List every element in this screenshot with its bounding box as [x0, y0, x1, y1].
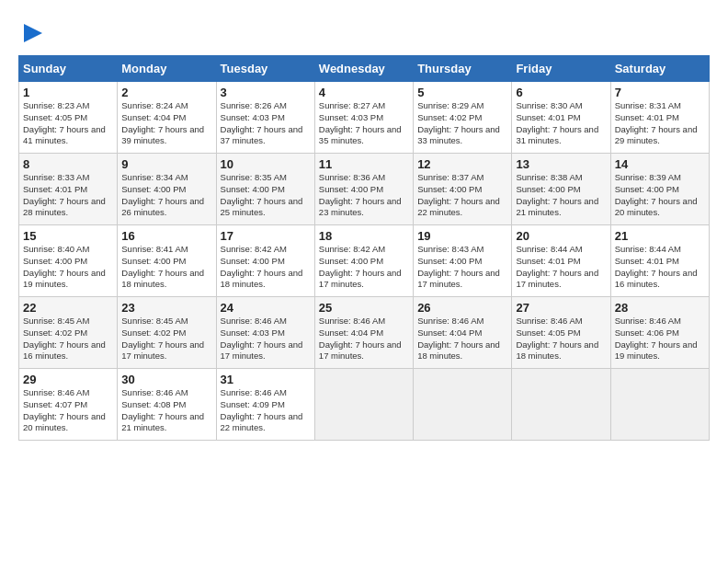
col-header-thursday: Thursday [414, 56, 512, 82]
calendar-cell: 20Sunrise: 8:44 AM Sunset: 4:01 PM Dayli… [512, 225, 610, 297]
calendar-cell: 22Sunrise: 8:45 AM Sunset: 4:02 PM Dayli… [19, 297, 118, 369]
day-number: 4 [319, 86, 409, 99]
calendar-cell: 30Sunrise: 8:46 AM Sunset: 4:08 PM Dayli… [118, 369, 216, 441]
day-number: 23 [121, 301, 211, 315]
calendar-cell: 21Sunrise: 8:44 AM Sunset: 4:01 PM Dayli… [610, 225, 709, 297]
day-number: 10 [221, 157, 311, 171]
col-header-saturday: Saturday [610, 56, 709, 82]
day-info: Sunrise: 8:46 AM Sunset: 4:09 PM Dayligh… [221, 387, 311, 434]
day-info: Sunrise: 8:37 AM Sunset: 4:00 PM Dayligh… [417, 172, 507, 219]
calendar-cell: 1Sunrise: 8:23 AM Sunset: 4:05 PM Daylig… [19, 82, 118, 154]
calendar-cell: 28Sunrise: 8:46 AM Sunset: 4:06 PM Dayli… [610, 297, 709, 369]
day-info: Sunrise: 8:42 AM Sunset: 4:00 PM Dayligh… [319, 244, 409, 291]
day-number: 21 [615, 229, 705, 243]
day-number: 24 [221, 301, 311, 315]
col-header-monday: Monday [118, 56, 216, 82]
day-number: 28 [615, 301, 705, 315]
day-number: 17 [221, 229, 311, 243]
col-header-sunday: Sunday [19, 56, 118, 82]
page: SundayMondayTuesdayWednesdayThursdayFrid… [0, 0, 728, 452]
svg-marker-0 [24, 24, 42, 42]
calendar-cell: 15Sunrise: 8:40 AM Sunset: 4:00 PM Dayli… [19, 225, 118, 297]
day-info: Sunrise: 8:34 AM Sunset: 4:00 PM Dayligh… [121, 172, 211, 219]
calendar-cell: 3Sunrise: 8:26 AM Sunset: 4:03 PM Daylig… [216, 82, 314, 154]
day-info: Sunrise: 8:43 AM Sunset: 4:00 PM Dayligh… [417, 244, 507, 291]
day-info: Sunrise: 8:27 AM Sunset: 4:03 PM Dayligh… [319, 100, 409, 147]
day-number: 3 [221, 86, 311, 99]
col-header-tuesday: Tuesday [216, 56, 314, 82]
calendar-cell: 13Sunrise: 8:38 AM Sunset: 4:00 PM Dayli… [512, 154, 610, 225]
day-info: Sunrise: 8:38 AM Sunset: 4:00 PM Dayligh… [516, 172, 606, 219]
day-number: 26 [417, 301, 507, 315]
calendar-cell: 17Sunrise: 8:42 AM Sunset: 4:00 PM Dayli… [216, 225, 314, 297]
calendar-cell: 9Sunrise: 8:34 AM Sunset: 4:00 PM Daylig… [118, 154, 216, 225]
calendar-cell: 19Sunrise: 8:43 AM Sunset: 4:00 PM Dayli… [414, 225, 512, 297]
day-info: Sunrise: 8:36 AM Sunset: 4:00 PM Dayligh… [319, 172, 409, 219]
calendar-cell: 12Sunrise: 8:37 AM Sunset: 4:00 PM Dayli… [414, 154, 512, 225]
calendar-cell [414, 369, 512, 441]
day-info: Sunrise: 8:24 AM Sunset: 4:04 PM Dayligh… [121, 100, 211, 147]
calendar-cell: 27Sunrise: 8:46 AM Sunset: 4:05 PM Dayli… [512, 297, 610, 369]
col-header-friday: Friday [512, 56, 610, 82]
day-info: Sunrise: 8:40 AM Sunset: 4:00 PM Dayligh… [23, 244, 113, 291]
day-info: Sunrise: 8:46 AM Sunset: 4:07 PM Dayligh… [23, 387, 113, 434]
day-number: 19 [417, 229, 507, 243]
calendar-cell: 14Sunrise: 8:39 AM Sunset: 4:00 PM Dayli… [610, 154, 709, 225]
calendar-cell: 10Sunrise: 8:35 AM Sunset: 4:00 PM Dayli… [216, 154, 314, 225]
calendar-cell: 5Sunrise: 8:29 AM Sunset: 4:02 PM Daylig… [414, 82, 512, 154]
day-number: 16 [121, 229, 211, 243]
logo [18, 20, 46, 46]
day-number: 27 [516, 301, 606, 315]
day-info: Sunrise: 8:45 AM Sunset: 4:02 PM Dayligh… [121, 316, 211, 362]
day-number: 18 [319, 229, 409, 243]
day-number: 31 [221, 373, 311, 386]
day-number: 2 [121, 86, 211, 99]
day-number: 5 [417, 86, 507, 99]
day-number: 15 [23, 229, 113, 243]
day-number: 13 [516, 157, 606, 171]
col-header-wednesday: Wednesday [314, 56, 413, 82]
day-info: Sunrise: 8:46 AM Sunset: 4:03 PM Dayligh… [221, 316, 311, 362]
day-number: 1 [23, 86, 113, 99]
day-number: 7 [615, 86, 705, 99]
day-info: Sunrise: 8:35 AM Sunset: 4:00 PM Dayligh… [221, 172, 311, 219]
calendar-cell: 26Sunrise: 8:46 AM Sunset: 4:04 PM Dayli… [414, 297, 512, 369]
day-number: 8 [23, 157, 113, 171]
day-info: Sunrise: 8:44 AM Sunset: 4:01 PM Dayligh… [615, 244, 705, 291]
day-info: Sunrise: 8:31 AM Sunset: 4:01 PM Dayligh… [615, 100, 705, 147]
day-info: Sunrise: 8:44 AM Sunset: 4:01 PM Dayligh… [516, 244, 606, 291]
day-info: Sunrise: 8:45 AM Sunset: 4:02 PM Dayligh… [23, 316, 113, 362]
day-number: 20 [516, 229, 606, 243]
day-number: 30 [121, 373, 211, 386]
calendar-cell: 2Sunrise: 8:24 AM Sunset: 4:04 PM Daylig… [118, 82, 216, 154]
calendar-cell [314, 369, 413, 441]
calendar-cell: 4Sunrise: 8:27 AM Sunset: 4:03 PM Daylig… [314, 82, 413, 154]
calendar-cell [610, 369, 709, 441]
calendar-table: SundayMondayTuesdayWednesdayThursdayFrid… [18, 55, 710, 441]
calendar-cell: 23Sunrise: 8:45 AM Sunset: 4:02 PM Dayli… [118, 297, 216, 369]
day-info: Sunrise: 8:46 AM Sunset: 4:08 PM Dayligh… [121, 387, 211, 434]
calendar-cell: 31Sunrise: 8:46 AM Sunset: 4:09 PM Dayli… [216, 369, 314, 441]
day-number: 6 [516, 86, 606, 99]
calendar-cell: 7Sunrise: 8:31 AM Sunset: 4:01 PM Daylig… [610, 82, 709, 154]
day-number: 11 [319, 157, 409, 171]
calendar-cell: 16Sunrise: 8:41 AM Sunset: 4:00 PM Dayli… [118, 225, 216, 297]
day-number: 14 [615, 157, 705, 171]
day-number: 9 [121, 157, 211, 171]
day-number: 22 [23, 301, 113, 315]
calendar-cell: 29Sunrise: 8:46 AM Sunset: 4:07 PM Dayli… [19, 369, 118, 441]
calendar-cell: 24Sunrise: 8:46 AM Sunset: 4:03 PM Dayli… [216, 297, 314, 369]
calendar-cell: 6Sunrise: 8:30 AM Sunset: 4:01 PM Daylig… [512, 82, 610, 154]
calendar-cell: 11Sunrise: 8:36 AM Sunset: 4:00 PM Dayli… [314, 154, 413, 225]
day-info: Sunrise: 8:29 AM Sunset: 4:02 PM Dayligh… [417, 100, 507, 147]
day-info: Sunrise: 8:30 AM Sunset: 4:01 PM Dayligh… [516, 100, 606, 147]
day-number: 29 [23, 373, 113, 386]
day-info: Sunrise: 8:23 AM Sunset: 4:05 PM Dayligh… [23, 100, 113, 147]
day-number: 12 [417, 157, 507, 171]
day-info: Sunrise: 8:46 AM Sunset: 4:05 PM Dayligh… [516, 316, 606, 362]
day-info: Sunrise: 8:41 AM Sunset: 4:00 PM Dayligh… [121, 244, 211, 291]
calendar-cell: 8Sunrise: 8:33 AM Sunset: 4:01 PM Daylig… [19, 154, 118, 225]
calendar-cell: 18Sunrise: 8:42 AM Sunset: 4:00 PM Dayli… [314, 225, 413, 297]
logo-icon [20, 20, 46, 46]
day-info: Sunrise: 8:26 AM Sunset: 4:03 PM Dayligh… [221, 100, 311, 147]
